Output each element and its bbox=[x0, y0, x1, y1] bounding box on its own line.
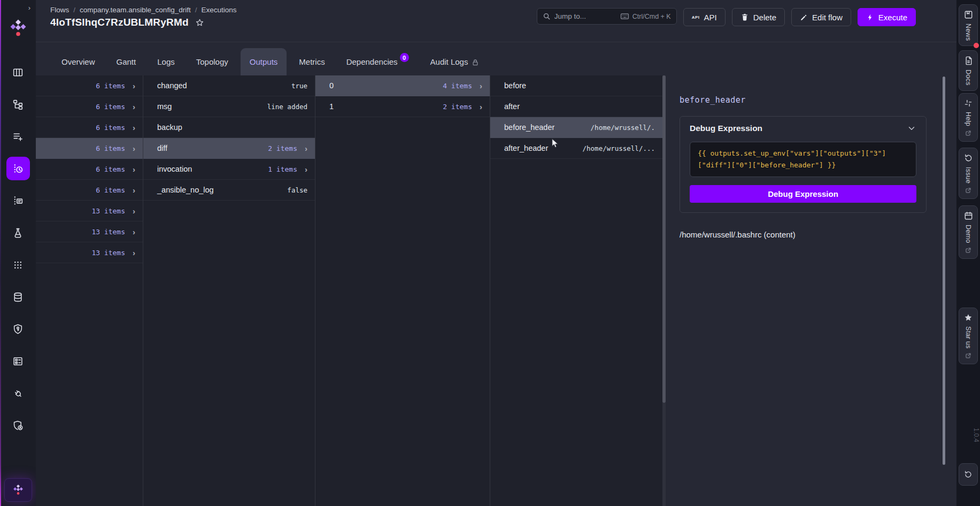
output-row-changed[interactable]: changedtrue bbox=[143, 75, 315, 96]
expression-code-editor[interactable]: {{ outputs.set_up_env["vars"]["outputs"]… bbox=[690, 142, 916, 177]
lock-icon bbox=[472, 59, 479, 66]
button-label: Execute bbox=[878, 13, 907, 22]
edit-flow-button[interactable]: Edit flow bbox=[791, 8, 851, 26]
panel-scrollbar[interactable] bbox=[943, 76, 945, 465]
output-row-13-items[interactable]: 13 items› bbox=[36, 201, 143, 221]
row-item-count: 6 items bbox=[96, 82, 125, 90]
output-column-3: 04 items›12 items› bbox=[315, 75, 490, 506]
chevron-right-icon: › bbox=[133, 103, 135, 111]
toolbar-issue-button[interactable]: Issue bbox=[959, 148, 978, 199]
toolbar-help-button[interactable]: Help bbox=[959, 93, 978, 142]
tab-outputs[interactable]: Outputs bbox=[241, 48, 287, 75]
slack-icon bbox=[963, 98, 973, 108]
sidebar-item-blueprints[interactable] bbox=[6, 349, 30, 373]
breadcrumb-separator: / bbox=[195, 6, 197, 14]
execution-tabs: OverviewGanttLogsTopologyOutputsMetricsD… bbox=[36, 42, 956, 75]
toolbar-star-us-button[interactable]: Star us bbox=[959, 308, 978, 364]
top-bar: Flows / company.team.ansible_config_drif… bbox=[36, 0, 956, 42]
output-column-4: beforeafterbefore_header/home/wrussell/.… bbox=[490, 75, 662, 506]
output-row-6-items[interactable]: 6 items› bbox=[36, 117, 143, 138]
output-row-1[interactable]: 12 items› bbox=[315, 96, 490, 117]
sidebar-expand-icon[interactable]: › bbox=[28, 4, 30, 11]
breadcrumb-flows[interactable]: Flows bbox=[50, 6, 69, 14]
output-row-msg[interactable]: msgline added bbox=[143, 96, 315, 117]
toolbar-button-label: Star us bbox=[964, 326, 972, 349]
kestra-logo[interactable] bbox=[9, 19, 28, 40]
toolbar-button-label: Help bbox=[964, 112, 972, 126]
toolbar-docs-button[interactable]: Docs bbox=[959, 50, 978, 91]
delete-button[interactable]: Delete bbox=[732, 8, 785, 26]
toolbar-demo-button[interactable]: Demo bbox=[959, 205, 978, 259]
debug-expression-label: Debug Expression bbox=[690, 124, 762, 133]
tab-audit-logs[interactable]: Audit Logs bbox=[421, 48, 489, 75]
output-row-6-items[interactable]: 6 items› bbox=[36, 159, 143, 180]
row-value: /home/wrussell/... bbox=[583, 144, 655, 152]
output-column-1: 6 items›6 items›6 items›6 items›6 items›… bbox=[36, 75, 143, 506]
sidebar-item-executions[interactable] bbox=[6, 157, 30, 180]
api-button[interactable]: APIAPI bbox=[683, 8, 726, 26]
chevron-right-icon: › bbox=[305, 144, 307, 152]
version-label: 1.0.4 bbox=[956, 428, 980, 442]
output-row-after-header[interactable]: after_header/home/wrussell/... bbox=[490, 138, 662, 159]
output-row-13-items[interactable]: 13 items› bbox=[36, 221, 143, 242]
sidebar-item-apps[interactable] bbox=[6, 253, 30, 277]
breadcrumb-flow-id[interactable]: company.team.ansible_config_drift bbox=[80, 6, 191, 14]
output-row-ansible-no-log[interactable]: _ansible_no_logfalse bbox=[143, 180, 315, 201]
output-row-6-items[interactable]: 6 items› bbox=[36, 96, 143, 117]
sidebar-item-tests[interactable] bbox=[6, 221, 30, 244]
sidebar-item-administration[interactable] bbox=[6, 413, 30, 437]
row-key: after_header bbox=[504, 144, 548, 152]
sidebar-item-logs[interactable] bbox=[6, 189, 30, 212]
row-key: after bbox=[504, 102, 520, 111]
output-row-after[interactable]: after bbox=[490, 96, 662, 117]
sidebar-item-kv-store[interactable] bbox=[6, 317, 30, 341]
row-item-count: 13 items bbox=[91, 228, 125, 236]
output-row-backup[interactable]: backup bbox=[143, 117, 315, 138]
tab-overview[interactable]: Overview bbox=[52, 48, 104, 75]
tab-gantt[interactable]: Gantt bbox=[107, 48, 145, 75]
plugins-icon bbox=[12, 388, 24, 399]
output-row-6-items[interactable]: 6 items› bbox=[36, 180, 143, 201]
output-row-0[interactable]: 04 items› bbox=[315, 75, 490, 96]
output-row-13-items[interactable]: 13 items› bbox=[36, 242, 143, 263]
sidebar-item-namespaces[interactable] bbox=[6, 285, 30, 309]
toolbar-news-button[interactable]: News bbox=[959, 4, 978, 46]
output-row-6-items[interactable]: 6 items› bbox=[36, 138, 143, 159]
logs-icon bbox=[12, 195, 24, 206]
output-row-6-items[interactable]: 6 items› bbox=[36, 75, 143, 96]
tab-logs[interactable]: Logs bbox=[148, 48, 184, 75]
tab-topology[interactable]: Topology bbox=[187, 48, 237, 75]
sidebar-item-dashboard[interactable] bbox=[6, 60, 30, 84]
output-row-invocation[interactable]: invocation1 items› bbox=[143, 159, 315, 180]
history-button[interactable] bbox=[959, 463, 978, 486]
sidebar-bottom-logo-button[interactable] bbox=[4, 478, 32, 502]
external-link-icon bbox=[965, 187, 971, 194]
debug-expression-button[interactable]: Debug Expression bbox=[690, 185, 916, 203]
tab-metrics[interactable]: Metrics bbox=[290, 48, 334, 75]
output-row-before-header[interactable]: before_header/home/wrussell/. bbox=[490, 117, 662, 138]
bolt-icon bbox=[866, 13, 874, 21]
execute-button[interactable]: Execute bbox=[858, 8, 916, 26]
chevron-right-icon: › bbox=[133, 124, 135, 132]
search-input[interactable] bbox=[554, 12, 616, 20]
debug-expression-header[interactable]: Debug Expression bbox=[680, 117, 926, 140]
sidebar-item-templates[interactable] bbox=[6, 125, 30, 148]
breadcrumb-executions[interactable]: Executions bbox=[201, 6, 236, 14]
row-value: true bbox=[291, 82, 307, 90]
row-item-count: 2 items bbox=[268, 144, 297, 152]
dependencies-count-badge: 0 bbox=[400, 53, 409, 62]
output-row-before[interactable]: before bbox=[490, 75, 662, 96]
sidebar-item-flows[interactable] bbox=[6, 93, 30, 116]
debug-expression-card: Debug Expression {{ outputs.set_up_env["… bbox=[680, 116, 927, 213]
favorite-star-icon[interactable] bbox=[195, 18, 204, 27]
output-row-diff[interactable]: diff2 items› bbox=[143, 138, 315, 159]
main-area: Flows / company.team.ansible_config_drif… bbox=[36, 0, 956, 506]
row-value: false bbox=[287, 186, 307, 194]
outputs-content: 6 items›6 items›6 items›6 items›6 items›… bbox=[36, 75, 956, 506]
tab-dependencies[interactable]: Dependencies0 bbox=[337, 48, 418, 75]
sidebar-item-plugins[interactable] bbox=[6, 381, 30, 405]
tests-icon bbox=[12, 227, 24, 239]
search-shortcut: Ctrl/Cmd + K bbox=[632, 13, 671, 20]
row-value: /home/wrussell/. bbox=[591, 124, 655, 132]
jump-to-search[interactable]: Ctrl/Cmd + K bbox=[537, 8, 677, 25]
